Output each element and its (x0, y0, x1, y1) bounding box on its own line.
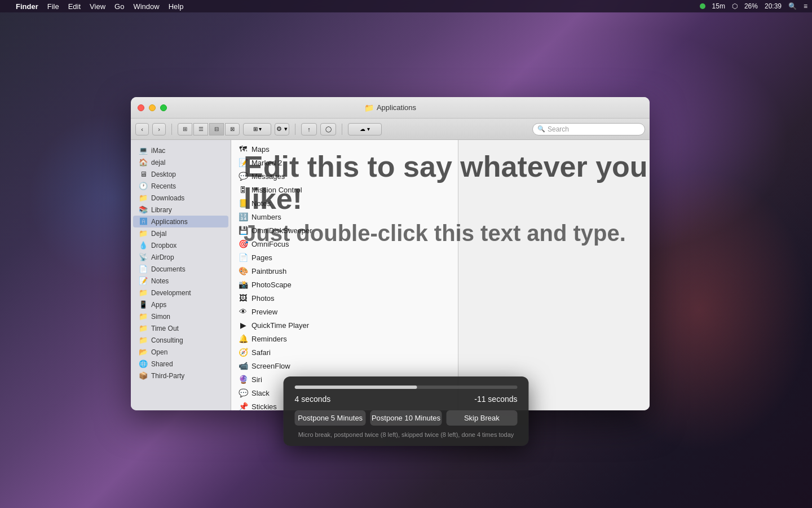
menubar-finder[interactable]: Finder (16, 2, 38, 11)
file-item-maps[interactable]: 🗺 Maps (231, 142, 458, 156)
safari-icon: 🧭 (238, 347, 248, 357)
skip-break-button[interactable]: Skip Break (446, 410, 517, 426)
open-icon: 📂 (139, 348, 148, 356)
file-item-omnidisk[interactable]: 💾 OmniDiskSweeper (231, 224, 458, 237)
sidebar-label-open: Open (151, 348, 167, 356)
dropbox-icon: ☁ ▾ (360, 126, 370, 132)
sidebar-label-dropbox: Dropbox (151, 242, 176, 249)
menubar: Finder File Edit View Go Window Help 15m… (0, 0, 812, 12)
file-item-messages[interactable]: 💬 Messages (231, 169, 458, 183)
sidebar-label-downloads: Downloads (151, 194, 184, 202)
view-column-button[interactable]: ⊟ (209, 123, 224, 135)
dropbox-button[interactable]: ☁ ▾ (348, 123, 382, 135)
status-dot (700, 3, 705, 9)
action-button[interactable]: ⚙ ▾ (275, 123, 289, 135)
maximize-button[interactable] (160, 104, 167, 111)
siri-icon: 🔮 (238, 374, 248, 384)
dropbox-status[interactable]: ⬡ (732, 2, 738, 10)
recents-icon: 🕐 (139, 182, 148, 190)
sidebar-item-dropbox[interactable]: 💧 Dropbox (133, 239, 228, 251)
sidebar-item-open[interactable]: 📂 Open (133, 346, 228, 358)
sidebar-item-apps[interactable]: 📱 Apps (133, 299, 228, 310)
omnifocus-icon: 🎯 (238, 239, 248, 249)
menubar-help[interactable]: Help (169, 2, 184, 11)
postpone10-button[interactable]: Postpone 10 Minutes (370, 410, 442, 426)
file-item-omnifocus[interactable]: 🎯 OmniFocus (231, 237, 458, 251)
file-label-marked2: Marked 2 (251, 159, 282, 167)
file-item-reminders[interactable]: 🔔 Reminders (231, 332, 458, 345)
menubar-view[interactable]: View (90, 2, 105, 11)
file-item-numbers[interactable]: 🔢 Numbers (231, 210, 458, 224)
file-item-screenflow[interactable]: 📹 ScreenFlow (231, 359, 458, 373)
menubar-file[interactable]: File (47, 2, 59, 11)
sidebar-item-airdrop[interactable]: 📡 AirDrop (133, 251, 228, 263)
missioncontrol-icon: 🎛 (238, 185, 248, 195)
menubar-window[interactable]: Window (133, 2, 159, 11)
back-button[interactable]: ‹ (135, 123, 149, 135)
marked2-icon: 📝 (238, 157, 248, 168)
file-item-marked2[interactable]: 📝 Marked 2 (231, 156, 458, 169)
sidebar-label-library: Library (151, 206, 172, 214)
share-button[interactable]: ↑ (301, 123, 317, 135)
sidebar-item-documents[interactable]: 📄 Documents (133, 263, 228, 275)
sidebar-item-notes[interactable]: 📝 Notes (133, 275, 228, 287)
view-icon-button[interactable]: ⊞ (178, 123, 192, 135)
sidebar-label-notes: Notes (151, 277, 169, 285)
file-item-safari[interactable]: 🧭 Safari (231, 345, 458, 359)
timer-status[interactable]: 15m (712, 2, 725, 10)
menubar-go[interactable]: Go (114, 2, 124, 11)
file-item-photoscape[interactable]: 📸 PhotoScape (231, 278, 458, 291)
file-list: 🗺 Maps 📝 Marked 2 💬 Messages 🎛 Mission C… (231, 140, 458, 410)
file-label-photos: Photos (251, 294, 274, 303)
simon-icon: 📁 (139, 312, 148, 321)
minimize-button[interactable] (149, 104, 156, 111)
file-item-quicktime[interactable]: ▶ QuickTime Player (231, 318, 458, 332)
menubar-right: 15m ⬡ 26% 20:39 🔍 ≡ (700, 2, 807, 10)
sidebar-item-downloads[interactable]: 📁 Downloads (133, 192, 228, 204)
traffic-lights (138, 104, 167, 111)
break-elapsed: 4 seconds (295, 395, 331, 404)
imac-icon: 💻 (139, 146, 148, 155)
menubar-edit[interactable]: Edit (68, 2, 81, 11)
close-button[interactable] (138, 104, 144, 111)
forward-button[interactable]: › (152, 123, 166, 135)
file-item-paintbrush[interactable]: 🎨 Paintbrush (231, 264, 458, 278)
file-label-omnidisk: OmniDiskSweeper (251, 226, 312, 235)
file-label-missioncontrol: Mission Control (251, 186, 302, 194)
apps-icon: 📱 (139, 300, 148, 309)
file-item-photos[interactable]: 🖼 Photos (231, 291, 458, 305)
sidebar-item-library[interactable]: 📚 Library (133, 204, 228, 216)
sidebar-item-desktop[interactable]: 🖥 Desktop (133, 168, 228, 180)
file-label-omnifocus: OmniFocus (251, 240, 289, 248)
search-box[interactable]: 🔍 Search (532, 123, 645, 135)
notification-icon[interactable]: ≡ (804, 2, 807, 10)
sidebar-item-dejal[interactable]: 🏠 dejal (133, 156, 228, 168)
file-label-notes: Notes (251, 199, 271, 208)
reminders-icon: 🔔 (238, 334, 248, 344)
sidebar-item-development[interactable]: 📁 Development (133, 287, 228, 299)
postpone5-button[interactable]: Postpone 5 Minutes (295, 410, 366, 426)
sidebar-item-dejal2[interactable]: 📁 Dejal (133, 227, 228, 239)
sidebar-item-applications[interactable]: 🅰 Applications (133, 216, 228, 227)
thirdparty-icon: 📦 (139, 371, 148, 380)
file-item-preview[interactable]: 👁 Preview (231, 305, 458, 318)
sidebar-item-shared[interactable]: 🌐 Shared (133, 358, 228, 370)
battery-status[interactable]: 26% (744, 2, 758, 10)
file-item-notes[interactable]: 📒 Notes (231, 196, 458, 210)
file-item-mission-control[interactable]: 🎛 Mission Control (231, 183, 458, 196)
sidebar-item-consulting[interactable]: 📁 Consulting (133, 334, 228, 346)
arrange-button[interactable]: ⊞ ▾ (243, 123, 271, 135)
sidebar-item-timeout[interactable]: 📁 Time Out (133, 322, 228, 334)
sidebar-item-simon[interactable]: 📁 Simon (133, 310, 228, 322)
search-icon[interactable]: 🔍 (788, 2, 797, 10)
file-label-preview: Preview (251, 308, 277, 316)
tag-button[interactable]: ◯ (320, 123, 336, 135)
view-list-button[interactable]: ☰ (193, 123, 208, 135)
file-item-pages[interactable]: 📄 Pages (231, 251, 458, 264)
sidebar-item-imac[interactable]: 💻 iMac (133, 144, 228, 156)
sidebar-item-thirdparty[interactable]: 📦 Third-Party (133, 370, 228, 382)
sidebar-label-shared: Shared (151, 360, 173, 368)
sidebar-item-recents[interactable]: 🕐 Recents (133, 180, 228, 192)
view-gallery-button[interactable]: ⊠ (225, 123, 240, 135)
file-label-slack: Slack (251, 389, 270, 397)
